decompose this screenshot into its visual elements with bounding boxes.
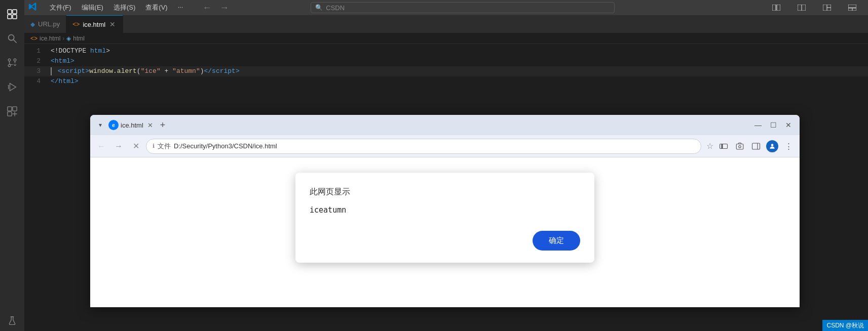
- browser-forward-button[interactable]: →: [111, 139, 126, 153]
- tab-close-button[interactable]: ✕: [108, 20, 117, 29]
- breadcrumb: <> ice.html › ◈ html: [24, 33, 868, 44]
- browser-extension-h-icon[interactable]: [716, 139, 731, 153]
- window-layout-3[interactable]: [815, 0, 839, 15]
- svg-rect-1: [13, 10, 17, 14]
- title-nav: ← →: [199, 3, 232, 13]
- activity-bar: [0, 0, 24, 331]
- svg-rect-24: [720, 144, 728, 148]
- window-layout-1[interactable]: [765, 0, 788, 15]
- code-line-3: 3 <script>window.alert("ice" + "atumn")<…: [24, 66, 868, 76]
- browser-maximize-button[interactable]: ☐: [766, 118, 780, 132]
- run-debug-icon[interactable]: [2, 77, 22, 97]
- window-controls: [765, 0, 864, 15]
- browser-tab-label[interactable]: ice.html: [121, 121, 143, 129]
- window-layout-4[interactable]: [841, 0, 864, 15]
- svg-point-4: [9, 35, 14, 40]
- address-file-label: 文件: [158, 142, 171, 151]
- source-control-icon[interactable]: [2, 53, 22, 73]
- tabs-bar: ◆ URL.py <> ice.html ✕: [24, 15, 868, 33]
- svg-point-6: [8, 59, 11, 61]
- status-bar: CSDN @秋说: [822, 320, 868, 331]
- tab-py-icon: ◆: [30, 21, 35, 28]
- svg-rect-13: [8, 112, 12, 116]
- title-menu: 文件(F) 编辑(E) 选择(S) 查看(V) ···: [46, 2, 187, 13]
- line-number-4: 4: [24, 76, 49, 87]
- explorer-icon[interactable]: [2, 4, 22, 24]
- browser-toolbar-icons: ⋮: [716, 139, 796, 153]
- nav-back-button[interactable]: ←: [199, 3, 214, 13]
- svg-rect-25: [722, 144, 723, 148]
- line-content-1: <!DOCTYPE html>: [49, 46, 110, 56]
- vscode-logo: [28, 2, 37, 13]
- tab-label: ice.html: [83, 21, 105, 28]
- title-bar: 文件(F) 编辑(E) 选择(S) 查看(V) ··· ← → 🔍 CSDN: [24, 0, 868, 15]
- browser-back-button[interactable]: ←: [94, 139, 108, 153]
- browser-close-button[interactable]: ✕: [781, 118, 796, 132]
- line-content-4: </html>: [49, 76, 79, 87]
- browser-chrome: ▾ e ice.html ✕ + — ☐ ✕: [90, 115, 800, 135]
- browser-sidebar-icon[interactable]: [749, 139, 763, 153]
- breadcrumb-html-icon: <>: [30, 35, 37, 42]
- main-area: 文件(F) 编辑(E) 选择(S) 查看(V) ··· ← → 🔍 CSDN: [24, 0, 868, 331]
- tab-url-py[interactable]: ◆ URL.py: [24, 15, 66, 33]
- breadcrumb-element[interactable]: html: [73, 35, 85, 42]
- breadcrumb-file[interactable]: ice.html: [40, 35, 60, 42]
- extensions-icon[interactable]: [2, 101, 22, 121]
- lab-icon[interactable]: [2, 311, 22, 331]
- favicon-letter: e: [112, 122, 115, 128]
- line-number-2: 2: [24, 56, 49, 66]
- browser-new-tab-button[interactable]: +: [157, 120, 169, 131]
- svg-rect-3: [13, 15, 17, 19]
- browser-refresh-button[interactable]: ✕: [129, 139, 143, 153]
- breadcrumb-element-icon: ◈: [66, 35, 71, 42]
- browser-minimize-button[interactable]: —: [751, 118, 765, 132]
- line-content-3: <script>window.alert("ice" + "atumn")</s…: [49, 66, 240, 76]
- line-content-2: <html>: [49, 56, 74, 66]
- browser-tab-close-button[interactable]: ✕: [145, 120, 155, 130]
- menu-select[interactable]: 选择(S): [109, 2, 139, 13]
- svg-rect-28: [752, 143, 760, 149]
- browser-favicon: e: [108, 120, 119, 130]
- browser-dropdown-button[interactable]: ▾: [94, 119, 106, 131]
- nav-forward-button[interactable]: →: [216, 3, 232, 13]
- alert-confirm-button[interactable]: 确定: [533, 231, 580, 251]
- menu-more[interactable]: ···: [174, 2, 187, 13]
- search-text: CSDN: [326, 4, 345, 12]
- browser-screenshot-icon[interactable]: [733, 139, 747, 153]
- svg-marker-9: [10, 84, 16, 91]
- breadcrumb-separator: ›: [62, 35, 64, 42]
- alert-title: 此网页显示: [310, 187, 580, 197]
- editor-section: ◆ URL.py <> ice.html ✕ <> ice.html › ◈ h…: [24, 15, 868, 331]
- bookmark-icon[interactable]: ☆: [706, 141, 713, 151]
- svg-rect-14: [772, 5, 776, 11]
- profile-avatar: [766, 140, 778, 152]
- browser-window: ▾ e ice.html ✕ + — ☐ ✕ ←: [90, 115, 800, 307]
- code-line-1: 1 <!DOCTYPE html>: [24, 46, 868, 56]
- code-line-4: 4 </html>: [24, 76, 868, 87]
- window-layout-2[interactable]: [790, 0, 813, 15]
- alert-dialog: 此网页显示 iceatumn 确定: [295, 173, 594, 263]
- title-search-bar[interactable]: 🔍 CSDN: [311, 2, 615, 13]
- browser-profile-icon[interactable]: [765, 139, 779, 153]
- code-editor[interactable]: 1 <!DOCTYPE html> 2 <html> 3 <script>win…: [24, 44, 868, 331]
- svg-rect-26: [736, 144, 743, 149]
- svg-rect-21: [848, 5, 856, 8]
- search-icon[interactable]: [2, 28, 22, 49]
- svg-point-7: [14, 59, 16, 61]
- svg-rect-0: [8, 10, 12, 14]
- svg-point-8: [8, 64, 11, 67]
- browser-menu-button[interactable]: ⋮: [781, 139, 796, 153]
- browser-window-controls: — ☐ ✕: [751, 118, 796, 132]
- browser-toolbar: ← → ✕ ℹ 文件 D:/Security/Python3/CSDN/ice.…: [90, 135, 800, 157]
- search-icon: 🔍: [315, 4, 323, 11]
- address-bar[interactable]: ℹ 文件 D:/Security/Python3/CSDN/ice.html: [146, 139, 701, 154]
- menu-edit[interactable]: 编辑(E): [78, 2, 107, 13]
- tab-ice-html[interactable]: <> ice.html ✕: [66, 15, 123, 33]
- menu-view[interactable]: 查看(V): [141, 2, 171, 13]
- svg-point-27: [739, 145, 741, 148]
- status-text: CSDN @秋说: [826, 321, 864, 330]
- svg-rect-2: [8, 15, 12, 19]
- alert-footer: 确定: [310, 231, 580, 251]
- menu-file[interactable]: 文件(F): [46, 2, 76, 13]
- line-number-3: 3: [24, 66, 49, 76]
